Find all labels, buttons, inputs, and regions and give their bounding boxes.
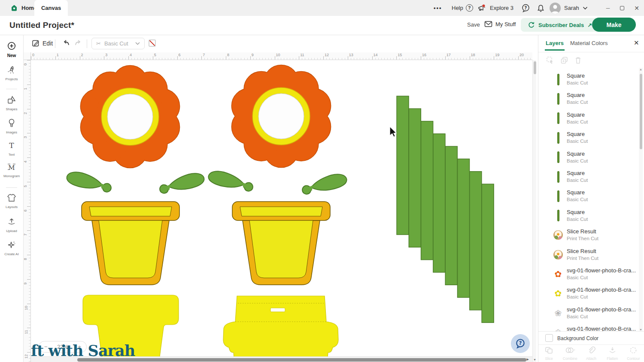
layer-row[interactable]: ✿svg-01-flower-photo-B-cra...Basic Cut: [538, 265, 641, 284]
save-button[interactable]: Save: [467, 21, 480, 28]
edit-button[interactable]: Edit: [32, 39, 53, 47]
slice-button[interactable]: Slice: [538, 345, 559, 362]
vscroll-thumb[interactable]: [534, 61, 536, 74]
stem-rectangle[interactable]: [397, 96, 409, 235]
operation-label: Contour: [627, 356, 640, 361]
layer-row[interactable]: SquareBasic Cut: [538, 70, 641, 90]
panel-scroll-thumb[interactable]: [640, 74, 642, 149]
scroll-down-arrow-icon[interactable]: ▼: [533, 358, 536, 361]
sidebar-item-create-ai[interactable]: Create AI: [0, 240, 23, 256]
stem-rectangle[interactable]: [470, 172, 482, 310]
layer-row[interactable]: Slice ResultPrint Then Cut: [538, 226, 641, 245]
sidebar-item-layouts[interactable]: Layouts: [0, 193, 23, 209]
layer-row[interactable]: SquareBasic Cut: [538, 187, 641, 206]
help-bubble-button[interactable]: ?: [511, 334, 530, 353]
duplicate-layer-icon[interactable]: [560, 56, 568, 64]
layer-row[interactable]: SquareBasic Cut: [538, 207, 641, 226]
window-close-button[interactable]: ✕: [633, 0, 640, 16]
stem-rectangle[interactable]: [421, 121, 433, 260]
redo-button[interactable]: [74, 39, 82, 48]
sidebar-item-shapes[interactable]: Shapes: [0, 95, 23, 111]
combine-button[interactable]: Combine: [559, 345, 580, 362]
stem-rectangle[interactable]: [433, 134, 445, 272]
sidebar-item-text[interactable]: TText: [0, 141, 23, 157]
background-color-label: Background Color: [557, 335, 598, 341]
canvas-vertical-scrollbar[interactable]: ▼: [532, 60, 536, 362]
layer-row[interactable]: SquareBasic Cut: [538, 109, 641, 129]
sidebar-item-projects[interactable]: Projects: [0, 65, 23, 81]
hscroll-thumb[interactable]: [77, 358, 526, 362]
layer-linetype: Basic Cut: [567, 197, 588, 202]
window-minimize-button[interactable]: ─: [605, 0, 611, 16]
stem-rectangle[interactable]: [445, 146, 457, 285]
text-icon: T: [7, 144, 16, 151]
canvas-horizontal-scrollbar[interactable]: ▶: [31, 356, 532, 362]
panel-scrollbar[interactable]: ▲ ▼: [639, 68, 643, 331]
flower-shape[interactable]: [232, 65, 331, 167]
more-menu-button[interactable]: •••: [434, 0, 442, 16]
linetype-dropdown[interactable]: ✂ Basic Cut: [91, 38, 145, 49]
sidebar-item-images[interactable]: Images: [0, 118, 23, 134]
leaf-shape[interactable]: [301, 173, 348, 195]
delete-layer-icon[interactable]: [574, 56, 582, 64]
sidebar-divider: [6, 187, 17, 188]
flower-pot-shape[interactable]: [82, 202, 179, 285]
help-label: Help: [452, 5, 463, 11]
panel-close-icon[interactable]: ✕: [634, 39, 639, 47]
layer-row[interactable]: SquareBasic Cut: [538, 90, 641, 109]
scroll-right-arrow-icon[interactable]: ▶: [527, 358, 529, 361]
horizontal-ruler: 01234567891011121314151617181920: [31, 52, 532, 60]
layer-linetype: Print Then Cut: [567, 236, 598, 241]
select-layers-icon[interactable]: [546, 56, 554, 64]
undo-button[interactable]: [62, 39, 70, 48]
make-button[interactable]: Make: [592, 18, 636, 32]
ruler-number: 2: [81, 53, 83, 57]
ruler-number: 9: [252, 53, 254, 57]
window-titlebar: Home Canvas ••• Help ? Explore 3 ?: [0, 0, 644, 16]
scroll-down-arrow-icon[interactable]: ▼: [639, 328, 642, 331]
window-maximize-button[interactable]: [619, 0, 626, 16]
layer-name: Square: [567, 72, 639, 79]
images-icon: [7, 122, 16, 129]
leaf-shape[interactable]: [207, 170, 254, 192]
notifications-button[interactable]: [537, 0, 545, 16]
layer-row[interactable]: SquareBasic Cut: [538, 129, 641, 148]
my-stuff-button[interactable]: My Stuff: [484, 21, 516, 27]
layer-row[interactable]: ✿svg-01-flower-photo-B-cra...Basic Cut: [538, 284, 641, 304]
subscriber-deals-button[interactable]: Subscriber Deals ↗: [521, 18, 599, 32]
layer-row[interactable]: Slice ResultPrint Then Cut: [538, 246, 641, 265]
pot-fold-template-shape[interactable]: [223, 296, 338, 362]
stem-rectangle[interactable]: [458, 159, 470, 298]
color-swatch[interactable]: [149, 39, 156, 47]
tab-canvas[interactable]: Canvas: [34, 0, 68, 16]
attach-button[interactable]: Attach: [580, 345, 601, 362]
sidebar-item-upload[interactable]: Upload: [0, 217, 23, 233]
explore-button[interactable]: Explore 3: [477, 0, 513, 16]
contour-button[interactable]: Contour: [623, 345, 644, 362]
leaf-shape[interactable]: [65, 171, 112, 193]
flower-shape[interactable]: [81, 66, 179, 168]
stem-rectangle[interactable]: [409, 109, 421, 247]
background-color-swatch[interactable]: [545, 334, 553, 342]
feedback-button[interactable]: ?: [521, 0, 530, 16]
layer-row[interactable]: SquareBasic Cut: [538, 148, 641, 168]
ruler-number: 8: [227, 53, 229, 57]
sidebar-item-monogram[interactable]: MMonogram: [0, 162, 23, 178]
design-canvas[interactable]: [31, 60, 532, 362]
tab-layers[interactable]: Layers: [546, 40, 564, 46]
layer-row[interactable]: SquareBasic Cut: [538, 168, 641, 187]
layer-linetype: Basic Cut: [567, 217, 588, 222]
help-menu[interactable]: Help ?: [452, 0, 473, 16]
ruler-number: 9: [24, 282, 27, 284]
ruler-number: 18: [471, 53, 475, 57]
flower-pot-shape[interactable]: [232, 202, 330, 285]
tab-material-colors[interactable]: Material Colors: [570, 40, 608, 46]
sidebar-item-new[interactable]: New: [0, 41, 23, 58]
layer-row[interactable]: ❀svg-01-flower-photo-B-cra...Basic Cut: [538, 304, 641, 323]
flatten-button[interactable]: Flatten: [602, 345, 623, 362]
user-menu[interactable]: Sarah: [550, 0, 588, 16]
scroll-up-arrow-icon[interactable]: ▲: [639, 68, 642, 71]
leaf-shape[interactable]: [158, 172, 205, 194]
stem-rectangle[interactable]: [482, 184, 494, 323]
layer-row[interactable]: ❀svg-01-flower-photo-B-cra...Basic Cut: [538, 323, 641, 331]
